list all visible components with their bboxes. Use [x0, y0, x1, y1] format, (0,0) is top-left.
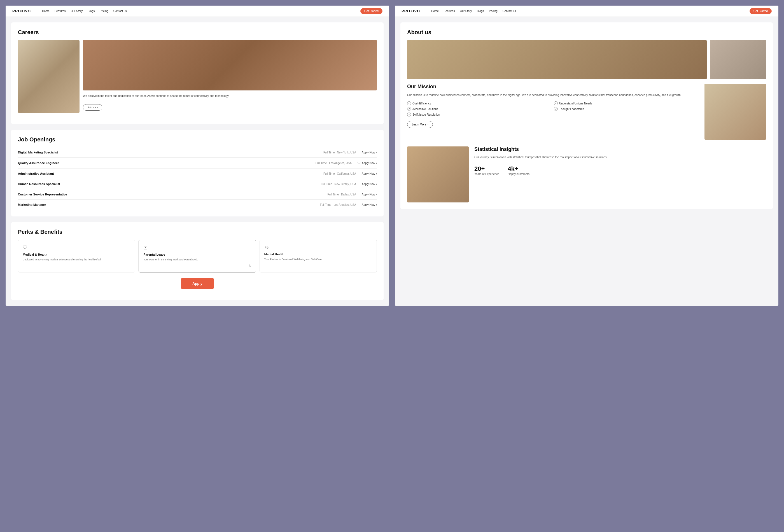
right-nav-links: Home Features Our Story Blogs Pricing Co…	[431, 9, 743, 12]
mission-feature-2: ✓ Understand Unique Needs	[554, 101, 699, 105]
statistical-section: Statistical Insights Our journey is inte…	[407, 146, 766, 202]
job-meta-3: Full Time California, USA	[324, 172, 356, 175]
chevron-right-icon-6: ›	[376, 203, 377, 206]
table-row: Administrative Assistant Full Time Calif…	[18, 169, 377, 179]
apply-label-4: Apply Now	[362, 183, 375, 186]
perk-medical-title: Medical & Health	[23, 253, 131, 256]
apply-button[interactable]: Apply	[181, 278, 214, 289]
perks-card: Perks & Benefits ♡ Medical & Health Dedi…	[11, 222, 384, 300]
calendar-icon: ⊡	[143, 245, 251, 251]
join-us-label: Join us	[87, 106, 96, 109]
nav-home[interactable]: Home	[42, 9, 50, 12]
job-openings-card: Job Openings Digital Marketing Specialis…	[11, 130, 384, 217]
apply-label-5: Apply Now	[362, 193, 375, 196]
chevron-right-icon-1: ›	[376, 151, 377, 154]
shield-icon: 🛡	[357, 161, 361, 165]
right-nav-cta[interactable]: Get Started	[750, 8, 772, 14]
perk-mental: ☺ Mental Health Your Partner in Emotiona…	[259, 240, 377, 273]
job-title-3: Administrative Assistant	[18, 172, 324, 175]
right-nav-home[interactable]: Home	[431, 9, 439, 12]
job-meta-4: Full Time New Jersey, USA	[321, 183, 356, 186]
learn-more-label: Learn More	[412, 123, 426, 126]
mission-feature-3: ✓ Accessible Solutions	[407, 107, 552, 111]
apply-label-1: Apply Now	[362, 151, 375, 154]
job-type-3: Full Time	[324, 172, 335, 175]
job-title-2: Quality Assurance Engineer	[18, 161, 315, 165]
job-type-1: Full Time	[324, 151, 335, 154]
job-type-6: Full Time	[320, 203, 332, 206]
job-location-2: Los Angeles, USA	[329, 162, 352, 165]
chevron-right-icon-2: ›	[376, 162, 377, 165]
job-meta-6: Full Time Los Angeles, USA	[320, 203, 356, 206]
heart-icon: ♡	[23, 245, 131, 251]
statistical-text: Statistical Insights Our journey is inte…	[474, 146, 766, 202]
job-meta-2: Full Time Los Angeles, USA	[315, 162, 352, 165]
job-location-3: California, USA	[337, 172, 356, 175]
right-panel: PROXIVO Home Features Our Story Blogs Pr…	[395, 6, 778, 306]
mission-feature-4: ✓ Thought Leadership	[554, 107, 699, 111]
stat-customers: 4k+ Happy customers	[508, 165, 530, 175]
careers-image-top	[83, 40, 377, 90]
perks-title: Perks & Benefits	[18, 229, 377, 235]
learn-more-button[interactable]: Learn More ›	[407, 121, 433, 128]
nav-pricing[interactable]: Pricing	[100, 9, 108, 12]
right-nav-our-story[interactable]: Our Story	[460, 9, 472, 12]
feature-label-4: Thought Leadership	[559, 108, 584, 111]
perk-parental-title: Parental Leave	[143, 253, 251, 256]
about-image-large	[407, 40, 707, 79]
about-image-small	[710, 40, 766, 79]
mission-text: Our Mission Our mission is to redefine h…	[407, 84, 699, 140]
job-location-4: New Jersey, USA	[334, 183, 356, 186]
statistical-image	[407, 146, 469, 202]
check-icon-5: ✓	[407, 113, 411, 116]
job-title-6: Marketing Manager	[18, 203, 320, 206]
mission-feature-1: ✓ Cost-Efficiency	[407, 101, 552, 105]
feature-label-5: Swift Issue Resolution	[413, 113, 440, 116]
chevron-right-icon-5: ›	[376, 193, 377, 196]
left-logo: PROXIVO	[12, 9, 31, 13]
apply-now-6[interactable]: Apply Now ›	[362, 203, 377, 206]
right-logo: PROXIVO	[401, 9, 420, 13]
apply-now-5[interactable]: Apply Now ›	[362, 193, 377, 196]
apply-now-4[interactable]: Apply Now ›	[362, 183, 377, 186]
careers-image-right: We believe in the talent and dedication …	[83, 40, 377, 113]
mission-features: ✓ Cost-Efficiency ✓ Understand Unique Ne…	[407, 101, 699, 116]
statistical-title: Statistical Insights	[474, 146, 766, 152]
job-title-4: Human Resources Specialist	[18, 182, 321, 186]
nav-features[interactable]: Features	[55, 9, 65, 12]
apply-label-6: Apply Now	[362, 203, 375, 206]
mission-description: Our mission is to redefine how businesse…	[407, 93, 699, 97]
join-us-button[interactable]: Join us ›	[83, 104, 102, 111]
job-location-6: Los Angeles, USA	[334, 203, 356, 206]
job-type-5: Full Time	[327, 193, 339, 196]
arrow-icon: ›	[97, 106, 98, 109]
stat-customers-number: 4k+	[508, 165, 530, 172]
about-us-card: About us Our Mission Our mission is to r…	[400, 22, 773, 209]
careers-card: Careers We believe in the talent and ded…	[11, 22, 384, 124]
job-title-1: Digital Marketing Specialist	[18, 151, 324, 154]
check-icon-2: ✓	[554, 101, 558, 105]
apply-now-1[interactable]: Apply Now ›	[362, 151, 377, 154]
nav-blogs[interactable]: Blogs	[88, 9, 95, 12]
right-nav-blogs[interactable]: Blogs	[477, 9, 484, 12]
apply-now-3[interactable]: Apply Now ›	[362, 172, 377, 175]
right-nav-contact[interactable]: Contact us	[503, 9, 516, 12]
careers-image-left	[18, 40, 80, 113]
table-row: Quality Assurance Engineer Full Time Los…	[18, 158, 377, 169]
job-title-5: Customer Service Representative	[18, 193, 327, 196]
feature-label-1: Cost-Efficiency	[413, 102, 431, 105]
mission-feature-5: ✓ Swift Issue Resolution	[407, 113, 552, 116]
apply-now-2[interactable]: Apply Now ›	[362, 162, 377, 165]
right-nav-pricing[interactable]: Pricing	[489, 9, 498, 12]
stat-experience-label: Years of Experience	[474, 172, 499, 175]
nav-our-story[interactable]: Our Story	[71, 9, 83, 12]
person-icon: ☺	[264, 245, 372, 250]
careers-images: We believe in the talent and dedication …	[18, 40, 377, 113]
right-nav-features[interactable]: Features	[444, 9, 455, 12]
job-type-2: Full Time	[315, 162, 327, 165]
left-nav-cta[interactable]: Get Started	[360, 8, 383, 14]
stat-experience: 20+ Years of Experience	[474, 165, 499, 175]
feature-label-3: Accessible Solutions	[413, 108, 438, 111]
feature-label-2: Understand Unique Needs	[559, 102, 592, 105]
nav-contact[interactable]: Contact us	[113, 9, 127, 12]
